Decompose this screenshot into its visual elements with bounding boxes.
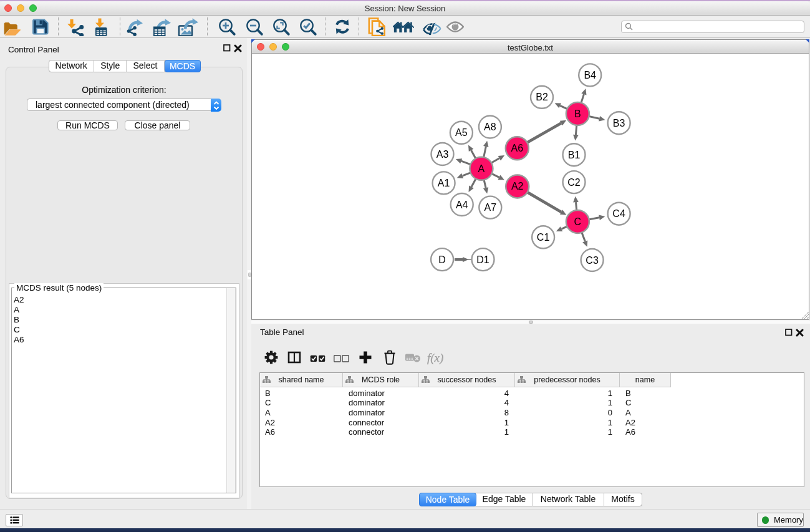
svg-text:C3: C3 (586, 255, 599, 266)
svg-text:A2: A2 (511, 181, 524, 191)
svg-text:A6: A6 (511, 143, 524, 153)
svg-text:B3: B3 (613, 118, 625, 128)
svg-text:B2: B2 (536, 92, 548, 102)
svg-text:B4: B4 (584, 70, 596, 80)
svg-text:A3: A3 (436, 149, 449, 160)
svg-text:A4: A4 (456, 200, 468, 210)
svg-text:B1: B1 (568, 150, 581, 160)
svg-text:A8: A8 (484, 122, 496, 132)
svg-text:D1: D1 (476, 254, 489, 265)
svg-text:B: B (574, 109, 581, 119)
svg-text:C4: C4 (612, 208, 625, 219)
svg-text:C: C (574, 216, 582, 227)
svg-text:A5: A5 (455, 127, 468, 138)
svg-text:A: A (478, 163, 485, 174)
svg-text:D: D (438, 254, 446, 265)
svg-text:A7: A7 (485, 202, 497, 213)
svg-text:A1: A1 (438, 178, 450, 188)
svg-text:C2: C2 (567, 177, 581, 188)
svg-text:C1: C1 (537, 232, 550, 243)
